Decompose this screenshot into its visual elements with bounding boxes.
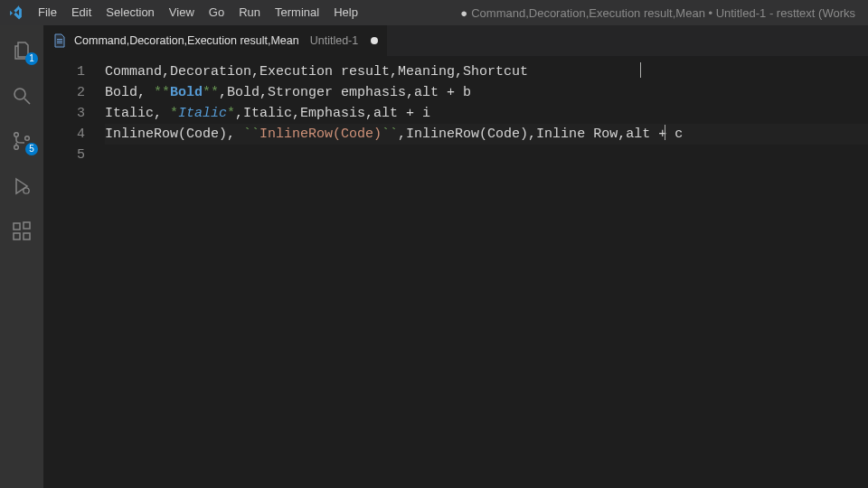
tab-title: Command,Decoration,Execution result,Mean xyxy=(74,34,299,47)
window-title: ●Command,Decoration,Execution result,Mea… xyxy=(451,6,864,20)
modified-dot-icon xyxy=(371,37,378,44)
code-line-4[interactable]: InlineRow(Code), ``InlineRow(Code)``,Inl… xyxy=(105,124,868,145)
menu-terminal[interactable]: Terminal xyxy=(268,0,326,25)
window-title-text: Command,Decoration,Execution result,Mean… xyxy=(471,6,855,20)
tab-active[interactable]: Command,Decoration,Execution result,Mean… xyxy=(43,25,387,56)
svg-point-3 xyxy=(14,145,19,150)
svg-point-5 xyxy=(24,188,29,193)
line-number: 4 xyxy=(43,124,85,145)
activity-scm[interactable]: 5 xyxy=(0,121,43,161)
editor[interactable]: 1 2 3 4 5 Command,Decoration,Execution r… xyxy=(43,56,868,488)
menu-go[interactable]: Go xyxy=(202,0,231,25)
svg-line-1 xyxy=(24,99,30,104)
extensions-icon xyxy=(11,221,33,242)
menu-edit[interactable]: Edit xyxy=(64,0,99,25)
svg-rect-8 xyxy=(24,233,30,239)
svg-rect-7 xyxy=(14,233,20,239)
line-number: 5 xyxy=(43,145,85,165)
menu-file[interactable]: File xyxy=(31,0,64,25)
svg-point-2 xyxy=(14,133,19,137)
code-line-3[interactable]: Italic, *Italic*,Italic,Emphasis,alt + i xyxy=(105,103,868,124)
search-icon xyxy=(11,85,33,107)
mouse-text-cursor xyxy=(640,62,641,78)
document-icon xyxy=(52,33,67,48)
svg-point-4 xyxy=(25,136,30,141)
svg-point-0 xyxy=(14,89,25,99)
explorer-badge: 1 xyxy=(25,52,38,65)
svg-rect-6 xyxy=(14,223,20,230)
activity-bar: 1 5 xyxy=(0,25,43,488)
menu-help[interactable]: Help xyxy=(326,0,365,25)
menu-view[interactable]: View xyxy=(162,0,202,25)
modified-dot-title: ● xyxy=(460,6,467,20)
text-cursor xyxy=(665,125,665,140)
menubar: File Edit Selection View Go Run Terminal… xyxy=(0,0,868,25)
tab-bar: Command,Decoration,Execution result,Mean… xyxy=(43,25,868,56)
app-logo-icon xyxy=(4,0,27,25)
code-line-5[interactable] xyxy=(105,145,868,165)
line-number: 3 xyxy=(43,103,85,124)
scm-badge: 5 xyxy=(25,143,38,155)
menu-selection[interactable]: Selection xyxy=(99,0,161,25)
activity-explorer[interactable]: 1 xyxy=(0,31,43,70)
code-line-2[interactable]: Bold, **Bold**,Bold,Stronger emphasis,al… xyxy=(105,82,868,103)
line-number: 2 xyxy=(43,82,85,103)
line-number-gutter: 1 2 3 4 5 xyxy=(43,56,105,488)
menu-run[interactable]: Run xyxy=(231,0,268,25)
activity-search[interactable] xyxy=(0,76,43,116)
main-area: 1 5 Command,Decoration,Execution result,… xyxy=(0,25,868,488)
line-number: 1 xyxy=(43,61,85,82)
activity-extensions[interactable] xyxy=(0,211,43,251)
run-debug-icon xyxy=(11,175,33,197)
editor-area: Command,Decoration,Execution result,Mean… xyxy=(43,25,868,488)
activity-run[interactable] xyxy=(0,166,43,206)
code-line-1[interactable]: Command,Decoration,Execution result,Mean… xyxy=(105,61,868,82)
code-content[interactable]: Command,Decoration,Execution result,Mean… xyxy=(105,56,868,488)
svg-rect-9 xyxy=(24,222,30,229)
tab-subtitle: Untitled-1 xyxy=(310,34,359,47)
